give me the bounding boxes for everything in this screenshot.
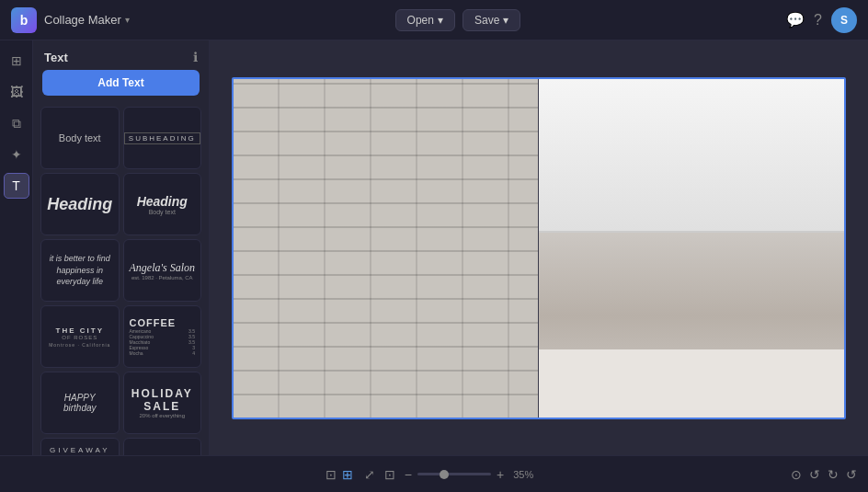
holiday-line2: SALE bbox=[131, 400, 193, 413]
script-label: it is better to findhappiness ineveryday… bbox=[50, 253, 110, 288]
heading-body-group: Heading Body text bbox=[137, 194, 188, 215]
holiday-line1: HOLIDAY bbox=[131, 387, 193, 400]
avatar[interactable]: S bbox=[831, 7, 857, 33]
bottom-bar: ⊡ ⊞ ⤢ ⊡ − + 35% ⊙ ↺ ↻ ↺ bbox=[0, 455, 868, 492]
holiday-line3: 20% off everything bbox=[131, 413, 193, 418]
sidebar-item-text[interactable]: T bbox=[4, 173, 29, 199]
style-grid: Body text SUBHEADING Heading Heading Bod… bbox=[33, 103, 209, 455]
app-name-chevron[interactable]: ▾ bbox=[125, 15, 130, 25]
heading-body-h: Heading bbox=[137, 194, 188, 209]
grid-layout-icon[interactable]: ⊞ bbox=[342, 467, 353, 482]
style-card-love[interactable]: sending you all our love... bbox=[123, 438, 202, 455]
salon-group: Angela's Salon est. 1982 · Petaluma, CA bbox=[129, 261, 195, 280]
sidebar-item-image[interactable]: 🖼 bbox=[4, 79, 29, 105]
app-name: Collage Maker ▾ bbox=[44, 13, 130, 27]
topbar-left: b Collage Maker ▾ bbox=[11, 7, 130, 33]
brick-wall bbox=[234, 79, 538, 418]
message-icon[interactable]: 💬 bbox=[786, 11, 805, 29]
zoom-plus-button[interactable]: + bbox=[497, 467, 504, 482]
birthday-group: HAPPY birthday bbox=[63, 393, 97, 413]
giveaway-group: GIVEAWAY GIVEAWAY GIVEAWAY GIVEAWAY bbox=[50, 445, 110, 455]
kitchen-photo bbox=[539, 79, 844, 418]
sidebar-item-layout[interactable]: ⊞ bbox=[4, 48, 29, 74]
birthday-line2: birthday bbox=[63, 403, 97, 413]
style-card-subheading[interactable]: SUBHEADING bbox=[123, 107, 202, 169]
canvas-photo bbox=[234, 79, 844, 418]
subheading-label: SUBHEADING bbox=[124, 132, 200, 144]
style-card-script[interactable]: it is better to findhappiness ineveryday… bbox=[40, 239, 120, 302]
giveaway-line1: GIVEAWAY bbox=[50, 445, 110, 455]
sidebar-item-elements[interactable]: ✦ bbox=[4, 142, 29, 167]
salon-name: Angela's Salon bbox=[129, 261, 195, 275]
style-card-heading-plain[interactable]: Heading bbox=[40, 173, 120, 235]
salon-sub: est. 1982 · Petaluma, CA bbox=[129, 275, 195, 280]
zoom-thumb[interactable] bbox=[440, 470, 449, 479]
zoom-track[interactable] bbox=[417, 473, 491, 475]
canvas-wrapper bbox=[232, 77, 846, 419]
city-sub: Montrose · California bbox=[49, 342, 110, 348]
open-chevron: ▾ bbox=[438, 14, 443, 27]
holiday-group: HOLIDAY SALE 20% off everything bbox=[131, 387, 193, 418]
fit-icon[interactable]: ⤢ bbox=[364, 467, 375, 482]
add-text-button[interactable]: Add Text bbox=[42, 70, 200, 96]
coffee-group: COFFEE Americano3.5 Cappuccino3.5 Macchi… bbox=[124, 312, 201, 361]
coffee-row5: Mocha4 bbox=[130, 350, 196, 356]
single-layout-icon[interactable]: ⊡ bbox=[326, 467, 337, 482]
save-button[interactable]: Save ▾ bbox=[463, 9, 520, 31]
save-chevron: ▾ bbox=[503, 14, 508, 27]
bottom-center: ⤢ ⊡ − + 35% bbox=[364, 467, 542, 482]
redo-icon[interactable]: ↻ bbox=[828, 467, 839, 482]
history-icon[interactable]: ⊙ bbox=[791, 467, 802, 482]
icon-sidebar: ⊞ 🖼 ⧉ ✦ T bbox=[0, 40, 33, 455]
style-card-heading-body[interactable]: Heading Body text bbox=[123, 173, 202, 235]
style-card-city[interactable]: THE CITY OF ROSES Montrose · California bbox=[40, 305, 120, 368]
help-icon[interactable]: ? bbox=[814, 12, 822, 29]
avatar-initial: S bbox=[840, 14, 848, 27]
style-card-holiday[interactable]: HOLIDAY SALE 20% off everything bbox=[123, 372, 202, 434]
main-area: ⊞ 🖼 ⧉ ✦ T Text ℹ Add Text Body text SUBH… bbox=[0, 40, 868, 455]
app-name-text: Collage Maker bbox=[44, 13, 121, 27]
topbar-right: 💬 ? S bbox=[786, 7, 857, 33]
crop-icon[interactable]: ⊡ bbox=[384, 467, 395, 482]
reset-icon[interactable]: ↺ bbox=[846, 467, 857, 482]
text-panel-title: Text bbox=[44, 51, 68, 64]
style-card-body-text[interactable]: Body text bbox=[40, 107, 120, 169]
style-card-birthday[interactable]: HAPPY birthday bbox=[40, 372, 120, 434]
layout-icons: ⊡ ⊞ bbox=[326, 467, 353, 482]
style-card-salon[interactable]: Angela's Salon est. 1982 · Petaluma, CA bbox=[123, 239, 202, 302]
coffee-title: COFFEE bbox=[130, 317, 196, 328]
logo-initial: b bbox=[20, 13, 29, 28]
zoom-minus-button[interactable]: − bbox=[405, 467, 412, 482]
app-logo: b bbox=[11, 7, 37, 33]
style-card-coffee[interactable]: COFFEE Americano3.5 Cappuccino3.5 Macchi… bbox=[123, 305, 202, 368]
city-line1: THE CITY bbox=[49, 326, 110, 335]
text-panel: Text ℹ Add Text Body text SUBHEADING Hea… bbox=[33, 40, 210, 455]
undo-icon[interactable]: ↺ bbox=[809, 467, 820, 482]
photo-left bbox=[234, 79, 539, 418]
style-card-giveaway[interactable]: GIVEAWAY GIVEAWAY GIVEAWAY GIVEAWAY bbox=[40, 438, 120, 455]
photo-right bbox=[539, 79, 844, 418]
text-panel-info-icon[interactable]: ℹ bbox=[193, 50, 198, 64]
canvas-area bbox=[210, 40, 868, 455]
heading-plain-label: Heading bbox=[47, 195, 112, 214]
topbar: b Collage Maker ▾ Open ▾ Save ▾ 💬 ? S bbox=[0, 0, 868, 40]
topbar-center: Open ▾ Save ▾ bbox=[395, 9, 521, 31]
birthday-line1: HAPPY bbox=[63, 393, 97, 403]
city-line2: OF ROSES bbox=[49, 335, 110, 340]
text-panel-header: Text ℹ bbox=[33, 40, 209, 70]
open-label: Open bbox=[407, 14, 434, 27]
save-label: Save bbox=[474, 14, 499, 27]
zoom-slider: − + bbox=[405, 467, 504, 482]
heading-body-b: Body text bbox=[137, 209, 188, 215]
bottom-right-controls: ⊙ ↺ ↻ ↺ bbox=[791, 467, 857, 482]
zoom-percent-label: 35% bbox=[513, 469, 542, 480]
open-button[interactable]: Open ▾ bbox=[395, 9, 455, 31]
sidebar-item-layers[interactable]: ⧉ bbox=[4, 110, 29, 136]
city-group: THE CITY OF ROSES Montrose · California bbox=[49, 326, 110, 348]
body-text-label: Body text bbox=[59, 132, 101, 143]
